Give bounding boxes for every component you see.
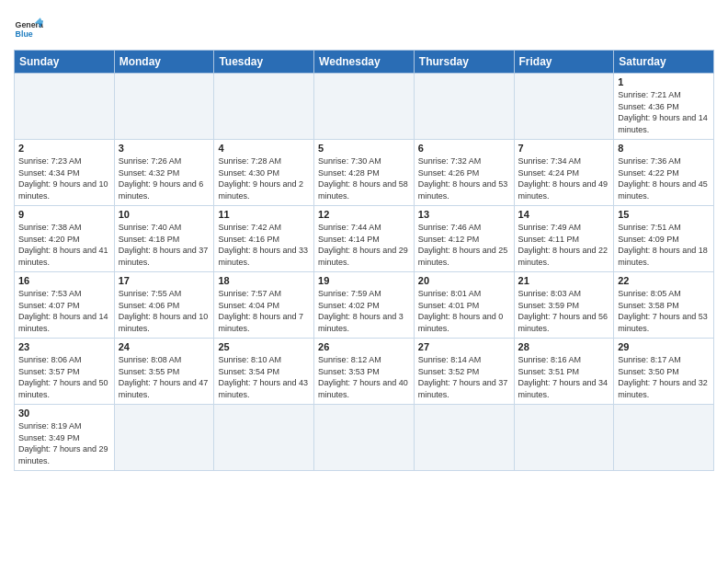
day-number: 2 <box>18 143 110 154</box>
day-number: 27 <box>418 341 510 352</box>
day-info: Sunrise: 7:38 AMSunset: 4:20 PMDaylight:… <box>18 222 110 268</box>
day-number: 17 <box>119 275 210 286</box>
day-cell: 27Sunrise: 8:14 AMSunset: 3:52 PMDayligh… <box>414 339 514 405</box>
calendar-page: General Blue SundayMondayTuesdayWednesda… <box>0 0 728 563</box>
day-info: Sunrise: 7:34 AMSunset: 4:24 PMDaylight:… <box>518 155 610 201</box>
logo: General Blue <box>14 15 43 44</box>
day-info: Sunrise: 7:44 AMSunset: 4:14 PMDaylight:… <box>318 222 410 268</box>
day-number: 16 <box>18 275 110 286</box>
day-info: Sunrise: 7:36 AMSunset: 4:22 PMDaylight:… <box>618 155 710 201</box>
day-cell <box>614 405 714 471</box>
day-info: Sunrise: 8:19 AMSunset: 3:49 PMDaylight:… <box>18 420 110 466</box>
weekday-header-tuesday: Tuesday <box>214 51 314 74</box>
day-info: Sunrise: 8:10 AMSunset: 3:54 PMDaylight:… <box>218 354 310 400</box>
day-info: Sunrise: 8:01 AMSunset: 4:01 PMDaylight:… <box>418 288 510 334</box>
day-cell <box>15 74 115 140</box>
header-area: General Blue <box>14 9 714 44</box>
day-cell: 21Sunrise: 8:03 AMSunset: 3:59 PMDayligh… <box>514 272 614 339</box>
day-cell: 29Sunrise: 8:17 AMSunset: 3:50 PMDayligh… <box>614 339 714 405</box>
day-number: 28 <box>518 341 610 352</box>
day-number: 14 <box>518 209 610 220</box>
day-cell: 17Sunrise: 7:55 AMSunset: 4:06 PMDayligh… <box>114 272 214 339</box>
day-cell: 11Sunrise: 7:42 AMSunset: 4:16 PMDayligh… <box>214 206 314 272</box>
weekday-header-saturday: Saturday <box>614 51 714 74</box>
day-number: 29 <box>618 341 710 352</box>
week-row-1: 1Sunrise: 7:21 AMSunset: 4:36 PMDaylight… <box>15 74 714 140</box>
day-number: 7 <box>518 143 610 154</box>
day-number: 12 <box>318 209 410 220</box>
day-cell <box>114 74 214 140</box>
day-cell: 2Sunrise: 7:23 AMSunset: 4:34 PMDaylight… <box>15 140 115 206</box>
day-cell: 15Sunrise: 7:51 AMSunset: 4:09 PMDayligh… <box>614 206 714 272</box>
day-number: 26 <box>318 341 410 352</box>
day-info: Sunrise: 8:03 AMSunset: 3:59 PMDaylight:… <box>518 288 610 334</box>
day-number: 23 <box>18 341 110 352</box>
day-info: Sunrise: 7:32 AMSunset: 4:26 PMDaylight:… <box>418 155 510 201</box>
day-info: Sunrise: 7:26 AMSunset: 4:32 PMDaylight:… <box>119 155 210 201</box>
day-number: 22 <box>618 275 710 286</box>
day-cell: 1Sunrise: 7:21 AMSunset: 4:36 PMDaylight… <box>614 74 714 140</box>
day-cell: 12Sunrise: 7:44 AMSunset: 4:14 PMDayligh… <box>314 206 415 272</box>
day-cell: 18Sunrise: 7:57 AMSunset: 4:04 PMDayligh… <box>214 272 314 339</box>
day-info: Sunrise: 7:51 AMSunset: 4:09 PMDaylight:… <box>618 222 710 268</box>
day-number: 3 <box>119 143 210 154</box>
day-info: Sunrise: 7:40 AMSunset: 4:18 PMDaylight:… <box>119 222 210 268</box>
weekday-header-monday: Monday <box>114 51 214 74</box>
day-number: 6 <box>418 143 510 154</box>
day-number: 10 <box>119 209 210 220</box>
day-info: Sunrise: 7:42 AMSunset: 4:16 PMDaylight:… <box>218 222 310 268</box>
day-number: 25 <box>218 341 310 352</box>
day-info: Sunrise: 8:16 AMSunset: 3:51 PMDaylight:… <box>518 354 610 400</box>
day-number: 4 <box>218 143 310 154</box>
day-cell <box>214 74 314 140</box>
week-row-6: 30Sunrise: 8:19 AMSunset: 3:49 PMDayligh… <box>15 405 714 471</box>
day-info: Sunrise: 8:05 AMSunset: 3:58 PMDaylight:… <box>618 288 710 334</box>
day-cell <box>414 74 514 140</box>
day-cell: 26Sunrise: 8:12 AMSunset: 3:53 PMDayligh… <box>314 339 415 405</box>
day-number: 1 <box>618 76 710 87</box>
day-info: Sunrise: 8:17 AMSunset: 3:50 PMDaylight:… <box>618 354 710 400</box>
day-cell: 19Sunrise: 7:59 AMSunset: 4:02 PMDayligh… <box>314 272 415 339</box>
week-row-4: 16Sunrise: 7:53 AMSunset: 4:07 PMDayligh… <box>15 272 714 339</box>
day-number: 24 <box>119 341 210 352</box>
day-info: Sunrise: 7:46 AMSunset: 4:12 PMDaylight:… <box>418 222 510 268</box>
week-row-2: 2Sunrise: 7:23 AMSunset: 4:34 PMDaylight… <box>15 140 714 206</box>
week-row-5: 23Sunrise: 8:06 AMSunset: 3:57 PMDayligh… <box>15 339 714 405</box>
day-cell: 6Sunrise: 7:32 AMSunset: 4:26 PMDaylight… <box>414 140 514 206</box>
calendar-body: 1Sunrise: 7:21 AMSunset: 4:36 PMDaylight… <box>15 74 714 471</box>
calendar-header: SundayMondayTuesdayWednesdayThursdayFrid… <box>15 51 714 74</box>
day-info: Sunrise: 8:14 AMSunset: 3:52 PMDaylight:… <box>418 354 510 400</box>
day-info: Sunrise: 8:06 AMSunset: 3:57 PMDaylight:… <box>18 354 110 400</box>
general-blue-logo-icon: General Blue <box>14 15 43 44</box>
day-cell: 9Sunrise: 7:38 AMSunset: 4:20 PMDaylight… <box>15 206 115 272</box>
calendar-table: SundayMondayTuesdayWednesdayThursdayFrid… <box>14 50 714 471</box>
day-number: 30 <box>18 408 110 419</box>
day-info: Sunrise: 7:57 AMSunset: 4:04 PMDaylight:… <box>218 288 310 334</box>
day-cell <box>514 405 614 471</box>
day-info: Sunrise: 8:12 AMSunset: 3:53 PMDaylight:… <box>318 354 410 400</box>
weekday-header-wednesday: Wednesday <box>314 51 415 74</box>
day-cell <box>214 405 314 471</box>
day-cell <box>114 405 214 471</box>
day-cell: 20Sunrise: 8:01 AMSunset: 4:01 PMDayligh… <box>414 272 514 339</box>
day-cell <box>314 405 415 471</box>
day-number: 19 <box>318 275 410 286</box>
day-info: Sunrise: 7:55 AMSunset: 4:06 PMDaylight:… <box>119 288 210 334</box>
weekday-header-friday: Friday <box>514 51 614 74</box>
day-cell: 23Sunrise: 8:06 AMSunset: 3:57 PMDayligh… <box>15 339 115 405</box>
day-info: Sunrise: 7:30 AMSunset: 4:28 PMDaylight:… <box>318 155 410 201</box>
day-number: 13 <box>418 209 510 220</box>
day-info: Sunrise: 7:21 AMSunset: 4:36 PMDaylight:… <box>618 89 710 135</box>
day-cell: 7Sunrise: 7:34 AMSunset: 4:24 PMDaylight… <box>514 140 614 206</box>
day-cell: 16Sunrise: 7:53 AMSunset: 4:07 PMDayligh… <box>15 272 115 339</box>
day-cell: 3Sunrise: 7:26 AMSunset: 4:32 PMDaylight… <box>114 140 214 206</box>
day-cell: 5Sunrise: 7:30 AMSunset: 4:28 PMDaylight… <box>314 140 415 206</box>
day-number: 18 <box>218 275 310 286</box>
day-info: Sunrise: 7:53 AMSunset: 4:07 PMDaylight:… <box>18 288 110 334</box>
day-number: 8 <box>618 143 710 154</box>
day-number: 21 <box>518 275 610 286</box>
day-cell: 22Sunrise: 8:05 AMSunset: 3:58 PMDayligh… <box>614 272 714 339</box>
weekday-row: SundayMondayTuesdayWednesdayThursdayFrid… <box>15 51 714 74</box>
day-number: 15 <box>618 209 710 220</box>
weekday-header-thursday: Thursday <box>414 51 514 74</box>
